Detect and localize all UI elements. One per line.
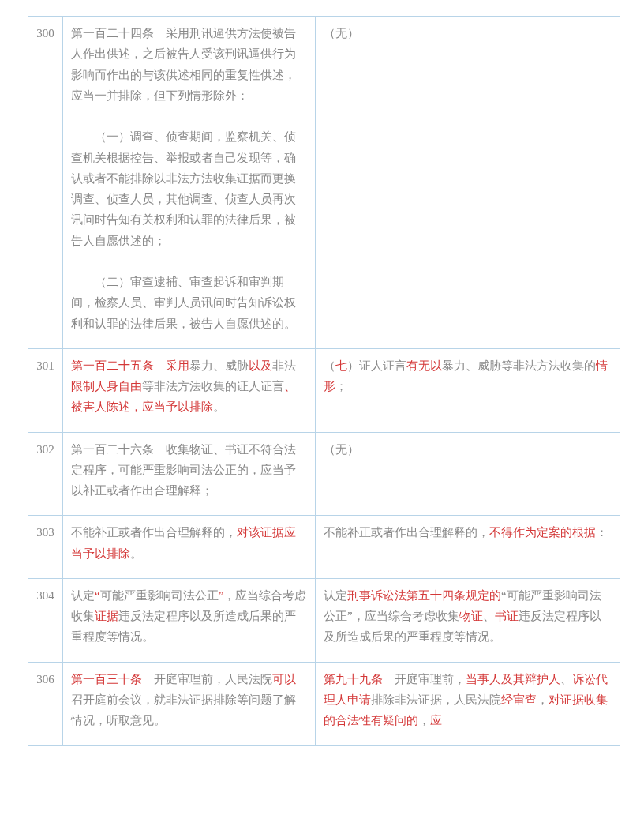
text-segment: 等非法方法收集的证人证言 xyxy=(142,380,284,393)
right-cell: 第九十九条 开庭审理前，当事人及其辩护人、诉讼代理人申请排除非法证据，人民法院经… xyxy=(316,662,620,746)
text-segment: （无） xyxy=(324,443,359,456)
left-cell: 第一百三十条 开庭审理前，人民法院可以召开庭前会议，就非法证据排除等问题了解情况… xyxy=(63,662,316,746)
left-cell: 认定“可能严重影响司法公正”，应当综合考虑收集证据违反法定程序以及所造成后果的严… xyxy=(63,578,316,662)
text-segment: 限制人身自由 xyxy=(71,380,142,393)
text-block: 第一百二十四条 采用刑讯逼供方法使被告人作出供述，之后被告人受该刑讯逼供行为影响… xyxy=(71,23,307,106)
text-segment: ）证人证言 xyxy=(347,359,406,372)
text-segment: 当事人及其辩护人 xyxy=(466,673,560,686)
text-block: 认定“可能严重影响司法公正”，应当综合考虑收集证据违反法定程序以及所造成后果的严… xyxy=(71,585,307,648)
text-segment: 召开庭前会议，就非法证据排除等问题了解情况，听取意见。 xyxy=(71,693,296,727)
text-segment: ； xyxy=(335,380,347,393)
table-row: 300第一百二十四条 采用刑讯逼供方法使被告人作出供述，之后被告人受该刑讯逼供行… xyxy=(28,17,620,349)
table-row: 304认定“可能严重影响司法公正”，应当综合考虑收集证据违反法定程序以及所造成后… xyxy=(28,578,620,662)
right-cell: 不能补正或者作出合理解释的，不得作为定案的根据： xyxy=(316,516,620,579)
comparison-table: 300第一百二十四条 采用刑讯逼供方法使被告人作出供述，之后被告人受该刑讯逼供行… xyxy=(28,16,620,746)
row-number: 304 xyxy=(28,578,63,662)
right-cell: （无） xyxy=(316,432,620,516)
text-block: 不能补正或者作出合理解释的，对该证据应当予以排除。 xyxy=(71,522,307,564)
text-segment: 第一百二十五条 采用 xyxy=(71,359,189,372)
row-number: 301 xyxy=(28,348,63,432)
text-block: 第九十九条 开庭审理前，当事人及其辩护人、诉讼代理人申请排除非法证据，人民法院经… xyxy=(324,669,612,731)
right-cell: 认定刑事诉讼法第五十四条规定的“可能严重影响司法公正”，应当综合考虑收集物证、书… xyxy=(316,578,620,662)
table-row: 303不能补正或者作出合理解释的，对该证据应当予以排除。不能补正或者作出合理解释… xyxy=(28,516,620,579)
text-segment: 证据 xyxy=(95,610,118,622)
text-segment: 有无以 xyxy=(406,359,442,372)
text-segment: （二）审查逮捕、审查起诉和审判期间，检察人员、审判人员讯问时告知诉讼权利和认罪的… xyxy=(71,276,296,330)
text-segment: 以及 xyxy=(249,359,272,372)
text-segment: 物证 xyxy=(459,610,483,622)
blank-line xyxy=(71,106,307,126)
text-block: （无） xyxy=(324,23,612,43)
text-segment: （无） xyxy=(324,27,359,39)
text-block: （无） xyxy=(324,439,612,460)
left-cell: 第一百二十五条 采用暴力、威胁以及非法限制人身自由等非法方法收集的证人证言、被害… xyxy=(63,348,316,432)
text-block: （七）证人证言有无以暴力、威胁等非法方法收集的情形； xyxy=(324,355,612,397)
text-segment: “ xyxy=(95,589,100,602)
text-segment: 。 xyxy=(130,547,142,560)
right-cell: （无） xyxy=(316,17,620,349)
table-body: 300第一百二十四条 采用刑讯逼供方法使被告人作出供述，之后被告人受该刑讯逼供行… xyxy=(28,17,620,746)
row-number: 302 xyxy=(28,432,63,516)
text-block: 不能补正或者作出合理解释的，不得作为定案的根据： xyxy=(324,522,612,543)
text-segment: 第一百三十条 xyxy=(71,673,154,686)
left-cell: 第一百二十四条 采用刑讯逼供方法使被告人作出供述，之后被告人受该刑讯逼供行为影响… xyxy=(63,17,316,349)
text-segment: 刑事诉讼法第五十四条规定的 xyxy=(347,589,501,602)
document-page: 300第一百二十四条 采用刑讯逼供方法使被告人作出供述，之后被告人受该刑讯逼供行… xyxy=(0,0,644,761)
text-segment: 暴力、威胁等非法方法收集的 xyxy=(442,359,596,372)
text-segment: 经审查 xyxy=(501,693,537,706)
text-segment: 暴力、威胁 xyxy=(189,359,249,372)
text-segment: ， xyxy=(418,714,430,727)
text-segment: （一）调查、侦查期间，监察机关、侦查机关根据控告、举报或者自己发现等，确认或者不… xyxy=(71,130,296,246)
text-segment: 不能补正或者作出合理解释的， xyxy=(324,526,489,539)
text-segment: 第一百二十四条 采用刑讯逼供方法使被告人作出供述，之后被告人受该刑讯逼供行为影响… xyxy=(71,27,296,102)
text-segment: 认定 xyxy=(324,589,347,602)
text-block: 第一百二十五条 采用暴力、威胁以及非法限制人身自由等非法方法收集的证人证言、被害… xyxy=(71,355,307,418)
text-block: 第一百三十条 开庭审理前，人民法院可以召开庭前会议，就非法证据排除等问题了解情况… xyxy=(71,669,307,731)
table-row: 301第一百二十五条 采用暴力、威胁以及非法限制人身自由等非法方法收集的证人证言… xyxy=(28,348,620,432)
text-block: （二）审查逮捕、审查起诉和审判期间，检察人员、审判人员讯问时告知诉讼权利和认罪的… xyxy=(71,272,307,334)
text-segment: 可以 xyxy=(272,673,296,686)
row-number: 300 xyxy=(28,17,63,349)
left-cell: 第一百二十六条 收集物证、书证不符合法定程序，可能严重影响司法公正的，应当予以补… xyxy=(63,432,316,516)
text-block: 第一百二十六条 收集物证、书证不符合法定程序，可能严重影响司法公正的，应当予以补… xyxy=(71,439,307,502)
text-segment: 非法 xyxy=(272,359,296,372)
text-segment: 不得作为定案的根据 xyxy=(489,526,596,539)
text-segment: 不能补正或者作出合理解释的， xyxy=(71,526,237,539)
text-segment: 。 xyxy=(213,400,225,413)
text-segment: 、 xyxy=(483,610,495,622)
blank-line xyxy=(71,251,307,272)
table-row: 302第一百二十六条 收集物证、书证不符合法定程序，可能严重影响司法公正的，应当… xyxy=(28,432,620,516)
text-segment: 开庭审理前，人民法院 xyxy=(154,673,272,686)
text-segment: 认定 xyxy=(71,589,95,602)
row-number: 306 xyxy=(28,662,63,746)
left-cell: 不能补正或者作出合理解释的，对该证据应当予以排除。 xyxy=(63,516,316,579)
text-segment: 第一百二十六条 收集物证、书证不符合法定程序，可能严重影响司法公正的，应当予以补… xyxy=(71,443,296,498)
text-segment: ， xyxy=(537,693,549,706)
text-segment: 书证 xyxy=(495,610,519,622)
text-segment: 七 xyxy=(335,359,347,372)
text-block: （一）调查、侦查期间，监察机关、侦查机关根据控告、举报或者自己发现等，确认或者不… xyxy=(71,126,307,251)
text-segment: 排除非法证据，人民法院 xyxy=(371,693,501,706)
text-segment: （ xyxy=(324,359,335,372)
text-segment: 应 xyxy=(430,714,442,727)
text-segment: ： xyxy=(596,526,608,539)
text-segment: 、 xyxy=(560,673,572,686)
row-number: 303 xyxy=(28,516,63,579)
text-block: 认定刑事诉讼法第五十四条规定的“可能严重影响司法公正”，应当综合考虑收集物证、书… xyxy=(324,585,612,648)
table-row: 306第一百三十条 开庭审理前，人民法院可以召开庭前会议，就非法证据排除等问题了… xyxy=(28,662,620,746)
text-segment: 第九十九条 xyxy=(324,673,395,686)
text-segment: 可能严重影响司法公正 xyxy=(100,589,219,602)
right-cell: （七）证人证言有无以暴力、威胁等非法方法收集的情形； xyxy=(316,348,620,432)
text-segment: 开庭审理前， xyxy=(395,673,466,686)
